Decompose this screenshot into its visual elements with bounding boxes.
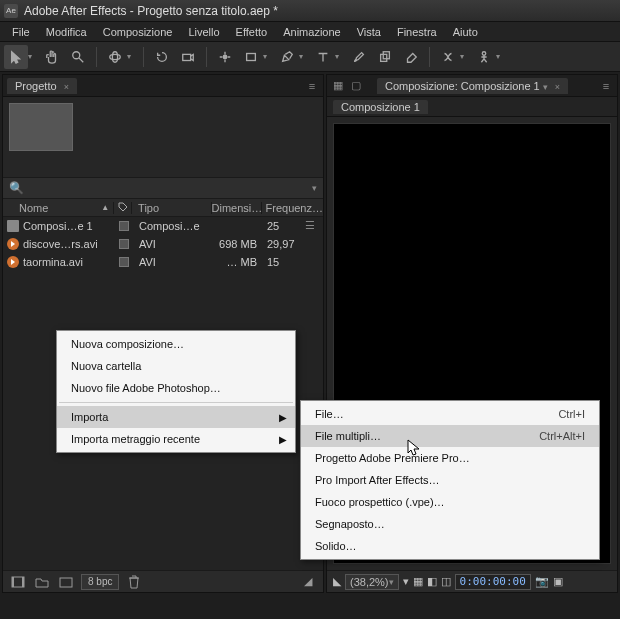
puppet-tool[interactable] bbox=[472, 45, 496, 69]
ctx-new-psd[interactable]: Nuovo file Adobe Photoshop… bbox=[57, 377, 295, 399]
col-name[interactable]: Nome▲ bbox=[3, 202, 114, 214]
comp-tab[interactable]: Composizione: Composizione 1 ▾ × bbox=[377, 78, 568, 94]
bit-depth-button[interactable]: 8 bpc bbox=[81, 574, 119, 590]
menu-file[interactable]: File bbox=[4, 24, 38, 40]
menu-divider bbox=[59, 402, 293, 403]
col-tag[interactable] bbox=[114, 202, 132, 214]
mask-icon[interactable]: ◧ bbox=[427, 575, 437, 588]
type-tool[interactable] bbox=[311, 45, 335, 69]
trash-icon[interactable] bbox=[125, 574, 143, 590]
panel-menu-icon[interactable]: ≡ bbox=[599, 79, 613, 93]
new-folder-icon[interactable] bbox=[33, 574, 51, 590]
ctx-new-folder[interactable]: Nuova cartella bbox=[57, 355, 295, 377]
video-icon bbox=[7, 256, 19, 268]
tag-swatch[interactable] bbox=[119, 239, 129, 249]
menu-effetto[interactable]: Effetto bbox=[228, 24, 276, 40]
search-input[interactable] bbox=[28, 182, 312, 194]
tool-dropdown-icon[interactable]: ▾ bbox=[299, 52, 307, 61]
selection-tool[interactable] bbox=[4, 45, 28, 69]
table-row[interactable]: Composi…e 1 Composi…e 25 bbox=[3, 217, 323, 235]
tool-dropdown-icon[interactable]: ▾ bbox=[28, 52, 36, 61]
tool-dropdown-icon[interactable]: ▾ bbox=[127, 52, 135, 61]
col-freq[interactable]: Frequenz… bbox=[262, 202, 323, 214]
interpret-icon[interactable] bbox=[9, 574, 27, 590]
tool-dropdown-icon[interactable]: ▾ bbox=[335, 52, 343, 61]
layer-icon[interactable]: ▢ bbox=[349, 79, 363, 93]
roto-tool[interactable] bbox=[436, 45, 460, 69]
search-row: 🔍 ▾ bbox=[3, 177, 323, 199]
clone-tool[interactable] bbox=[373, 45, 397, 69]
timecode-display[interactable]: 0:00:00:00 bbox=[455, 574, 531, 590]
subtab-comp[interactable]: Composizione 1 bbox=[333, 100, 428, 114]
menu-finestra[interactable]: Finestra bbox=[389, 24, 445, 40]
project-tab[interactable]: Progetto × bbox=[7, 78, 77, 94]
panel-menu-icon[interactable]: ≡ bbox=[305, 79, 319, 93]
col-dim[interactable]: Dimensi… bbox=[212, 202, 262, 214]
zoom-select[interactable]: (38,2%) ▾ bbox=[345, 574, 399, 590]
ctx-new-comp[interactable]: Nuova composizione… bbox=[57, 333, 295, 355]
app-icon: Ae bbox=[4, 4, 18, 18]
app-title: Adobe After Effects - Progetto senza tit… bbox=[24, 4, 278, 18]
sub-file[interactable]: File…Ctrl+I bbox=[301, 403, 599, 425]
zoom-tool[interactable] bbox=[66, 45, 90, 69]
sub-premiere[interactable]: Progetto Adobe Premiere Pro… bbox=[301, 447, 599, 469]
sub-solid[interactable]: Solido… bbox=[301, 535, 599, 557]
menu-vista[interactable]: Vista bbox=[349, 24, 389, 40]
guides-icon[interactable]: ◫ bbox=[441, 575, 451, 588]
resize-icon[interactable]: ◢ bbox=[299, 574, 317, 590]
col-type[interactable]: Tipo bbox=[132, 202, 211, 214]
search-dropdown-icon[interactable]: ▾ bbox=[312, 183, 317, 193]
brush-tool[interactable] bbox=[347, 45, 371, 69]
close-icon[interactable]: × bbox=[555, 82, 560, 92]
ctx-import-recent[interactable]: Importa metraggio recente▶ bbox=[57, 428, 295, 450]
shortcut-label: Ctrl+Alt+I bbox=[539, 430, 585, 442]
menu-modifica[interactable]: Modifica bbox=[38, 24, 95, 40]
sub-proimport[interactable]: Pro Import After Effects… bbox=[301, 469, 599, 491]
rotation-tool[interactable] bbox=[150, 45, 174, 69]
mouse-cursor-icon bbox=[407, 439, 421, 459]
channel-icon[interactable]: ▣ bbox=[553, 575, 563, 588]
sub-vpe[interactable]: Fuoco prospettico (.vpe)… bbox=[301, 491, 599, 513]
ctx-import[interactable]: Importa▶ bbox=[57, 406, 295, 428]
tag-swatch[interactable] bbox=[119, 221, 129, 231]
table-row[interactable]: discove…rs.avi AVI 698 MB 29,97 bbox=[3, 235, 323, 253]
orbit-tool[interactable] bbox=[103, 45, 127, 69]
anchor-tool[interactable] bbox=[213, 45, 237, 69]
tag-swatch[interactable] bbox=[119, 257, 129, 267]
grid-icon[interactable]: ▦ bbox=[331, 79, 345, 93]
sub-file-multiple[interactable]: File multipli…Ctrl+Alt+I bbox=[301, 425, 599, 447]
submenu-arrow-icon: ▶ bbox=[279, 434, 287, 445]
table-row[interactable]: taormina.avi AVI … MB 15 bbox=[3, 253, 323, 271]
menu-animazione[interactable]: Animazione bbox=[275, 24, 348, 40]
panel-tabs: ▦ ▢ Composizione: Composizione 1 ▾ × ≡ bbox=[327, 75, 617, 97]
resize-icon[interactable]: ◣ bbox=[333, 575, 341, 588]
context-menu: Nuova composizione… Nuova cartella Nuovo… bbox=[56, 330, 296, 453]
chevron-down-icon[interactable]: ▾ bbox=[543, 82, 548, 92]
project-tab-label: Progetto bbox=[15, 80, 57, 92]
menu-composizione[interactable]: Composizione bbox=[95, 24, 181, 40]
tool-dropdown-icon[interactable]: ▾ bbox=[263, 52, 271, 61]
new-comp-icon[interactable] bbox=[57, 574, 75, 590]
pen-tool[interactable] bbox=[275, 45, 299, 69]
sub-placeholder[interactable]: Segnaposto… bbox=[301, 513, 599, 535]
viewer-bottom-bar: ◣ (38,2%) ▾ ▾ ▦ ◧ ◫ 0:00:00:00 📷 ▣ bbox=[327, 570, 617, 592]
svg-rect-10 bbox=[12, 577, 14, 587]
snapshot-icon[interactable]: 📷 bbox=[535, 575, 549, 588]
rectangle-tool[interactable] bbox=[239, 45, 263, 69]
resolution-icon[interactable]: ▾ bbox=[403, 575, 409, 588]
flowchart-icon[interactable]: ☰ bbox=[305, 219, 319, 233]
eraser-tool[interactable] bbox=[399, 45, 423, 69]
grid-overlay-icon[interactable]: ▦ bbox=[413, 575, 423, 588]
video-icon bbox=[7, 238, 19, 250]
shortcut-label: Ctrl+I bbox=[558, 408, 585, 420]
item-info-area bbox=[3, 97, 323, 177]
close-icon[interactable]: × bbox=[64, 82, 69, 92]
tool-dropdown-icon[interactable]: ▾ bbox=[460, 52, 468, 61]
svg-point-8 bbox=[482, 51, 486, 55]
item-thumbnail bbox=[9, 103, 73, 151]
menu-livello[interactable]: Livello bbox=[180, 24, 227, 40]
hand-tool[interactable] bbox=[40, 45, 64, 69]
menu-aiuto[interactable]: Aiuto bbox=[445, 24, 486, 40]
camera-tool[interactable] bbox=[176, 45, 200, 69]
tool-dropdown-icon[interactable]: ▾ bbox=[496, 52, 504, 61]
